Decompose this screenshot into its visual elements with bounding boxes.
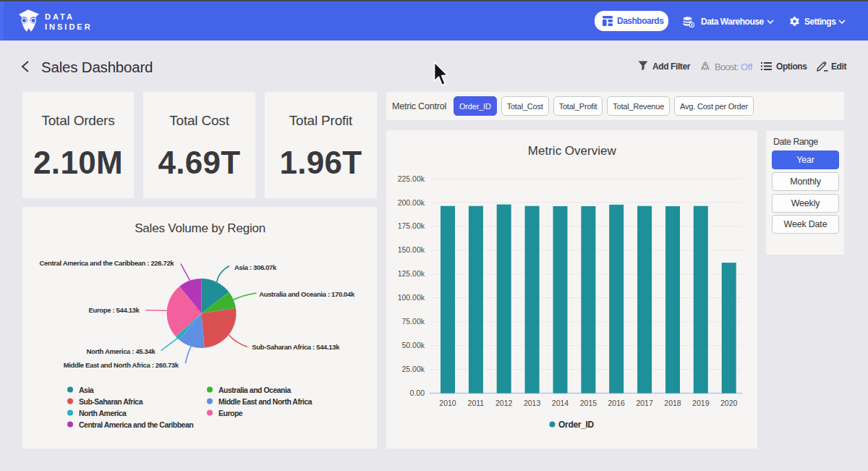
svg-text:2013: 2013 [524,399,541,407]
svg-text:Metric Overview: Metric Overview [528,144,617,158]
svg-text:25.00k: 25.00k [401,365,425,373]
svg-text:Middle East and North Africa :: Middle East and North Africa : 260.73k [64,361,179,369]
svg-text:Asia: Asia [79,386,94,394]
svg-text:2015: 2015 [580,399,597,407]
svg-text:Sub-Saharan Africa : 544.13k: Sub-Saharan Africa : 544.13k [252,343,340,351]
svg-text:Australia and Oceania: Australia and Oceania [218,386,291,394]
svg-text:200.00k: 200.00k [398,198,425,207]
svg-text:2017: 2017 [636,399,653,407]
svg-text:0.00: 0.00 [410,389,425,397]
svg-text:2012: 2012 [495,399,513,407]
svg-text:2014: 2014 [552,399,569,407]
svg-text:Europe : 544.13k: Europe : 544.13k [89,306,140,314]
svg-text:75.00k: 75.00k [401,317,425,326]
svg-text:50.00k: 50.00k [401,341,425,349]
svg-text:North America : 45.34k: North America : 45.34k [86,347,156,355]
svg-text:2019: 2019 [692,399,710,407]
svg-text:2010: 2010 [439,399,456,407]
svg-text:100.00k: 100.00k [398,293,425,302]
svg-text:175.00k: 175.00k [398,221,425,230]
svg-text:Sub-Saharan Africa: Sub-Saharan Africa [79,397,143,406]
svg-text:Central America and the Caribb: Central America and the Caribbean : 226.… [40,259,175,267]
svg-text:Asia : 306.07k: Asia : 306.07k [234,263,277,271]
svg-text:2020: 2020 [720,399,738,407]
svg-text:Europe: Europe [218,409,243,417]
svg-text:Australia and Oceania : 170.04: Australia and Oceania : 170.04k [259,290,355,298]
svg-text:Central America and the Caribb: Central America and the Caribbean [79,420,193,429]
svg-text:Sales Volume by Region: Sales Volume by Region [135,221,265,235]
svg-text:125.00k: 125.00k [398,269,425,278]
svg-text:225.00k: 225.00k [398,174,425,183]
svg-text:2018: 2018 [664,399,681,407]
svg-text:2016: 2016 [608,399,626,407]
svg-text:2011: 2011 [468,399,485,407]
svg-text:150.00k: 150.00k [398,245,425,254]
svg-text:Order_ID: Order_ID [558,420,595,430]
svg-text:North America: North America [79,409,127,417]
svg-text:Middle East and North Africa: Middle East and North Africa [218,397,312,406]
